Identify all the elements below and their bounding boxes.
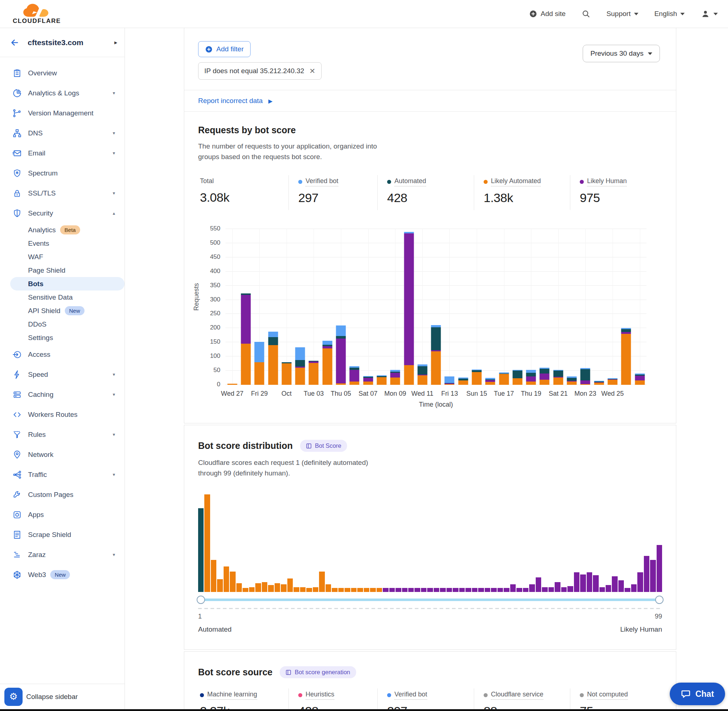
stacked-bar[interactable] — [540, 368, 549, 385]
histogram-bar[interactable] — [377, 588, 382, 592]
histogram-bar[interactable] — [230, 572, 235, 592]
stacked-bar[interactable] — [309, 361, 319, 385]
sidebar-item-workers-routes[interactable]: Workers Routes — [0, 404, 124, 425]
sidebar-item-access[interactable]: Access — [0, 344, 124, 364]
stacked-bar[interactable] — [458, 378, 468, 385]
sidebar-item-overview[interactable]: Overview — [0, 63, 124, 83]
histogram-bar[interactable] — [523, 588, 529, 592]
stacked-bar[interactable] — [472, 370, 481, 385]
histogram-bar[interactable] — [446, 588, 452, 592]
histogram-bar[interactable] — [612, 576, 617, 592]
histogram-bar[interactable] — [344, 588, 350, 592]
histogram-bar[interactable] — [491, 588, 496, 592]
histogram-bar[interactable] — [459, 588, 465, 592]
histogram-bar[interactable] — [644, 556, 649, 592]
histogram-bar[interactable] — [574, 572, 579, 592]
sidebar-item-waf[interactable]: WAF — [0, 250, 124, 264]
bot-score-badge[interactable]: Bot Score — [300, 440, 347, 452]
filter-chip[interactable]: IP does not equal 35.212.240.32 ✕ — [198, 62, 322, 80]
stacked-bar[interactable] — [621, 328, 631, 385]
date-range-dropdown[interactable]: Previous 30 days — [583, 45, 660, 62]
histogram-bar[interactable] — [485, 588, 490, 592]
histogram-bar[interactable] — [268, 585, 273, 592]
histogram-bar[interactable] — [275, 583, 280, 592]
histogram-bar[interactable] — [313, 587, 318, 592]
settings-gear-button[interactable]: ⚙ — [4, 688, 22, 706]
stacked-bar[interactable] — [268, 332, 278, 385]
histogram-bar[interactable] — [472, 588, 477, 592]
histogram-bar[interactable] — [300, 587, 306, 592]
sidebar-item-zaraz[interactable]: Zaraz▾ — [0, 544, 124, 565]
sidebar-item-page-shield[interactable]: Page Shield — [0, 264, 124, 277]
stat-label[interactable]: Likely Human — [580, 177, 627, 186]
stacked-bar[interactable] — [363, 376, 373, 385]
stacked-bar[interactable] — [526, 370, 536, 385]
stacked-bar[interactable] — [567, 376, 577, 385]
histogram-bar[interactable] — [434, 588, 439, 592]
histogram-bar[interactable] — [370, 588, 375, 592]
sidebar-item-network[interactable]: Network — [0, 444, 124, 465]
histogram-bar[interactable] — [306, 588, 312, 592]
histogram-bar[interactable] — [332, 588, 337, 592]
stacked-bar[interactable] — [404, 232, 414, 385]
collapse-sidebar-button[interactable]: Collapse sidebar — [26, 693, 78, 701]
histogram-bar[interactable] — [600, 587, 605, 592]
cloudflare-logo[interactable]: CLOUDFLARE — [9, 3, 64, 25]
sidebar-item-sensitive-data[interactable]: Sensitive Data — [0, 291, 124, 304]
sidebar-item-api-shield[interactable]: API ShieldNew — [0, 304, 124, 317]
histogram-bar[interactable] — [587, 572, 592, 592]
histogram-bar[interactable] — [217, 579, 223, 592]
stacked-bar[interactable] — [417, 364, 427, 385]
histogram-bar[interactable] — [249, 587, 255, 592]
histogram-bar[interactable] — [567, 586, 573, 592]
sidebar-item-ssl-tls[interactable]: SSL/TLS▾ — [0, 183, 124, 203]
stacked-bar[interactable] — [322, 341, 332, 385]
stacked-bar[interactable] — [635, 373, 645, 385]
stacked-bar[interactable] — [377, 375, 386, 385]
search-button[interactable] — [582, 9, 590, 18]
histogram-bar[interactable] — [542, 587, 547, 592]
stacked-bar[interactable] — [295, 347, 305, 385]
chevron-right-icon[interactable]: ▸ — [114, 39, 117, 46]
sidebar-item-ddos[interactable]: DDoS — [0, 317, 124, 331]
stacked-bar[interactable] — [241, 294, 251, 385]
stacked-bar[interactable] — [350, 366, 359, 385]
histogram-bar[interactable] — [657, 545, 662, 592]
histogram-bar[interactable] — [440, 588, 445, 592]
account-menu[interactable] — [701, 9, 718, 19]
remove-filter-icon[interactable]: ✕ — [309, 66, 315, 75]
stacked-bar[interactable] — [499, 372, 509, 385]
histogram-bar[interactable] — [619, 580, 624, 592]
histogram-bar[interactable] — [650, 560, 656, 592]
sidebar-item-web3[interactable]: Web3New — [0, 565, 124, 585]
bot-score-generation-badge[interactable]: Bot score generation — [280, 666, 356, 678]
stacked-bar[interactable] — [431, 325, 441, 385]
stat-label[interactable]: Automated — [387, 177, 426, 186]
sidebar-item-speed[interactable]: Speed▾ — [0, 364, 124, 385]
stacked-bar[interactable] — [553, 370, 563, 385]
stat-label[interactable]: Cloudflare service — [484, 690, 543, 700]
histogram-bar[interactable] — [357, 588, 363, 592]
sidebar-item-spectrum[interactable]: Spectrum — [0, 163, 124, 183]
histogram-bar[interactable] — [204, 494, 210, 592]
sidebar-item-bots[interactable]: Bots — [10, 277, 124, 291]
histogram-bar[interactable] — [415, 588, 420, 592]
histogram-bar[interactable] — [504, 588, 509, 592]
histogram-bar[interactable] — [529, 584, 535, 592]
stat-label[interactable]: Verified bot — [298, 177, 338, 186]
histogram-bar[interactable] — [389, 588, 395, 592]
histogram-bar[interactable] — [453, 588, 458, 592]
histogram-bar[interactable] — [580, 574, 586, 592]
histogram-bar[interactable] — [510, 584, 516, 592]
stacked-bar[interactable] — [444, 376, 455, 385]
histogram-bar[interactable] — [338, 588, 344, 592]
stacked-bar[interactable] — [580, 368, 590, 385]
histogram-bar[interactable] — [198, 508, 204, 592]
sidebar-item-scrape-shield[interactable]: Scrape Shield — [0, 525, 124, 544]
sidebar-item-traffic[interactable]: Traffic▾ — [0, 465, 124, 485]
sidebar-item-custom-pages[interactable]: Custom Pages — [0, 485, 124, 504]
chat-button[interactable]: Chat — [670, 683, 725, 705]
sidebar-item-security[interactable]: Security▴ — [0, 203, 124, 223]
stat-label[interactable]: Heuristics — [298, 690, 334, 700]
sidebar-item-email[interactable]: Email▾ — [0, 143, 124, 163]
